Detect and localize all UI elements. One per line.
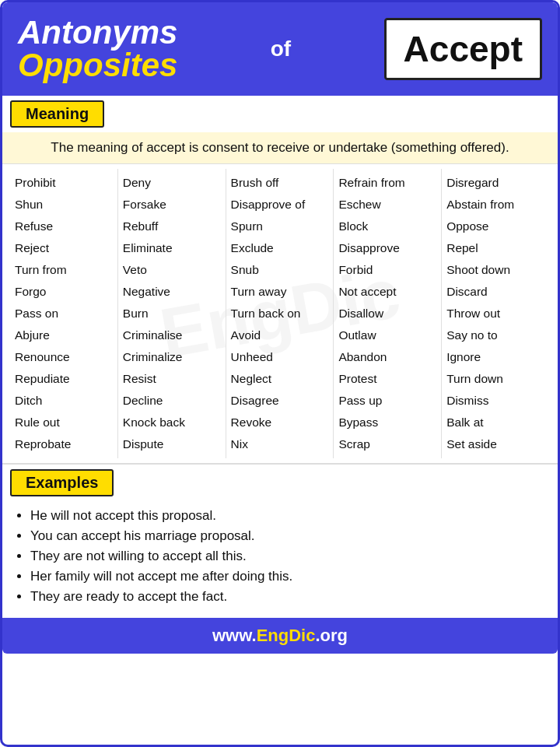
word-item: Throw out xyxy=(446,303,545,324)
examples-list: He will not accept this proposal.You can… xyxy=(2,501,558,618)
word-item: Criminalize xyxy=(123,346,221,368)
word-item: Ignore xyxy=(446,346,545,368)
word-item: Block xyxy=(338,216,436,237)
word-item: Oppose xyxy=(446,216,545,237)
word-item: Outlaw xyxy=(338,324,436,346)
word-item: Forsake xyxy=(123,194,221,216)
example-item: They are not willing to accept all this. xyxy=(30,546,536,566)
word-item: Reject xyxy=(15,237,113,259)
word-item: Turn down xyxy=(446,368,545,390)
word-item: Say no to xyxy=(446,324,545,346)
word-item: Repel xyxy=(446,237,545,259)
word-item: Forgo xyxy=(15,281,113,303)
word-item: Protest xyxy=(338,368,436,390)
words-section: EngDic ProhibitShunRefuseRejectTurn from… xyxy=(2,164,558,463)
word-item: Veto xyxy=(123,259,221,281)
word-item: Refuse xyxy=(15,216,113,237)
word-item: Rule out xyxy=(15,412,113,433)
header-opposites: Opposites xyxy=(18,49,177,82)
word-item: Pass on xyxy=(15,303,113,324)
word-item: Resist xyxy=(123,368,221,390)
word-item: Revoke xyxy=(231,412,329,433)
word-col-2: Brush offDisapprove ofSpurnExcludeSnubTu… xyxy=(226,169,334,458)
word-item: Bypass xyxy=(338,412,436,433)
header-word: Accept xyxy=(404,28,523,70)
word-item: Negative xyxy=(123,281,221,303)
word-item: Eliminate xyxy=(123,237,221,259)
examples-label: Examples xyxy=(10,469,114,496)
meaning-text: The meaning of accept is consent to rece… xyxy=(2,132,558,164)
word-col-3: Refrain fromEschewBlockDisapproveForbidN… xyxy=(334,169,442,458)
word-item: Disapprove of xyxy=(231,194,329,216)
word-item: Turn away xyxy=(231,281,329,303)
word-item: Knock back xyxy=(123,412,221,433)
meaning-label-row: Meaning xyxy=(2,96,558,132)
word-item: Snub xyxy=(231,259,329,281)
word-item: Abjure xyxy=(15,324,113,346)
word-col-4: DisregardAbstain fromOpposeRepelShoot do… xyxy=(442,169,550,458)
word-item: Not accept xyxy=(338,281,436,303)
word-item: Unheed xyxy=(231,346,329,368)
word-item: Neglect xyxy=(231,368,329,390)
word-item: Balk at xyxy=(446,412,545,433)
header-left: Antonyms Opposites xyxy=(18,16,177,82)
word-item: Abstain from xyxy=(446,194,545,216)
word-item: Burn xyxy=(123,303,221,324)
word-item: Disallow xyxy=(338,303,436,324)
word-item: Discard xyxy=(446,281,545,303)
example-item: They are ready to accept the fact. xyxy=(30,587,536,607)
word-item: Exclude xyxy=(231,237,329,259)
word-item: Ditch xyxy=(15,390,113,412)
word-item: Prohibit xyxy=(15,172,113,194)
word-item: Refrain from xyxy=(338,172,436,194)
word-item: Dismiss xyxy=(446,390,545,412)
word-item: Decline xyxy=(123,390,221,412)
word-item: Scrap xyxy=(338,433,436,455)
word-item: Renounce xyxy=(15,346,113,368)
word-item: Rebuff xyxy=(123,216,221,237)
words-grid: ProhibitShunRefuseRejectTurn fromForgoPa… xyxy=(10,169,550,458)
footer-text: www.EngDic.org xyxy=(2,626,558,646)
word-col-0: ProhibitShunRefuseRejectTurn fromForgoPa… xyxy=(10,169,118,458)
word-col-1: DenyForsakeRebuffEliminateVetoNegativeBu… xyxy=(118,169,226,458)
word-item: Disregard xyxy=(446,172,545,194)
word-item: Abandon xyxy=(338,346,436,368)
meaning-label: Meaning xyxy=(10,100,104,128)
header-antonyms: Antonyms xyxy=(18,16,177,49)
word-item: Turn back on xyxy=(231,303,329,324)
word-item: Shun xyxy=(15,194,113,216)
word-item: Deny xyxy=(123,172,221,194)
footer-www: www. xyxy=(212,626,257,645)
word-item: Forbid xyxy=(338,259,436,281)
word-item: Repudiate xyxy=(15,368,113,390)
word-item: Criminalise xyxy=(123,324,221,346)
example-item: He will not accept this proposal. xyxy=(30,506,536,526)
example-item: Her family will not accept me after doin… xyxy=(30,566,536,587)
word-item: Nix xyxy=(231,433,329,455)
header: Antonyms Opposites of Accept xyxy=(2,2,558,96)
word-item: Turn from xyxy=(15,259,113,281)
header-of-label: of xyxy=(271,37,291,61)
word-item: Eschew xyxy=(338,194,436,216)
word-item: Shoot down xyxy=(446,259,545,281)
examples-label-row: Examples xyxy=(2,463,558,501)
word-item: Set aside xyxy=(446,433,545,455)
word-item: Avoid xyxy=(231,324,329,346)
footer-org: .org xyxy=(315,626,348,645)
word-item: Spurn xyxy=(231,216,329,237)
footer: www.EngDic.org xyxy=(2,618,558,654)
word-item: Disagree xyxy=(231,390,329,412)
header-word-box: Accept xyxy=(384,18,542,80)
word-item: Disapprove xyxy=(338,237,436,259)
footer-brand: EngDic xyxy=(257,626,316,645)
word-item: Brush off xyxy=(231,172,329,194)
word-item: Reprobate xyxy=(15,433,113,455)
word-item: Dispute xyxy=(123,433,221,455)
word-item: Pass up xyxy=(338,390,436,412)
example-item: You can accept his marriage proposal. xyxy=(30,526,536,546)
